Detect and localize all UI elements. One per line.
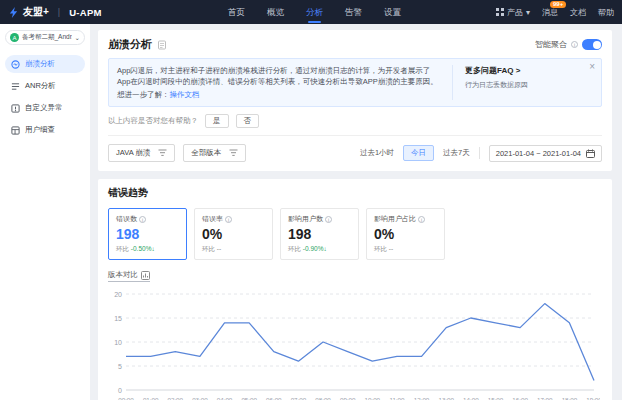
svg-text:04:00: 04:00: [217, 396, 233, 400]
date-range-picker[interactable]: 2021-01-04 ~ 2021-01-04: [489, 145, 602, 162]
svg-text:00:00: 00:00: [118, 396, 134, 400]
sidebar-item-label: 用户细查: [25, 125, 55, 135]
trend-chart-area: 0510152000:0001:0002:0003:0004:0005:0006…: [108, 286, 602, 400]
section-title: 错误趋势: [108, 186, 602, 200]
banner-doc-link[interactable]: 操作文档: [170, 90, 200, 99]
banner-text-block: App闪退后，对主进程和子进程的崩溃堆栈进行分析，通过对崩溃日志的计算，为开发者…: [117, 65, 453, 100]
sidebar-item-user-insight[interactable]: 用户细查: [5, 121, 85, 139]
range-today-button[interactable]: 今日: [403, 145, 434, 161]
range-last-hour-button[interactable]: 过去1小时: [360, 148, 394, 158]
nav-item-analysis[interactable]: 分析: [306, 0, 323, 24]
chevron-down-icon: ⌄: [75, 34, 80, 42]
filter-funnel-icon: [229, 149, 238, 157]
stat-card-error-rate[interactable]: 错误率i 0% 环比 --: [194, 208, 273, 260]
svg-text:16:00: 16:00: [512, 396, 528, 400]
banner-description: App闪退后，对主进程和子进程的崩溃堆栈进行分析，通过对崩溃日志的计算，为开发者…: [117, 65, 442, 87]
brand[interactable]: 友盟+ | U-APM: [8, 5, 102, 19]
messages-menu[interactable]: 消息 99+: [542, 7, 558, 18]
faq-title-link[interactable]: 更多问题FAQ >: [465, 65, 593, 76]
smart-aggregate-toggle[interactable]: [582, 39, 602, 50]
app-selector-value: 备考帮二期_Andr...: [22, 33, 72, 42]
svg-text:10:00: 10:00: [365, 396, 381, 400]
stat-label: 错误率: [202, 214, 223, 224]
products-label: 产品: [507, 7, 523, 18]
faq-item-link[interactable]: 行为日志丢数据原因: [465, 80, 593, 90]
info-icon: i: [225, 216, 232, 223]
info-icon: i: [571, 41, 578, 48]
version-compare-button[interactable]: 版本对比: [108, 270, 150, 282]
stat-label: 影响用户占比: [374, 214, 416, 224]
nav-item-alert[interactable]: 告警: [345, 0, 362, 24]
compare-value: -0.90%: [303, 245, 324, 252]
sidebar-item-label: 自定义异常: [25, 103, 63, 113]
compare-value: --: [389, 245, 393, 252]
version-dropdown[interactable]: 全部版本: [183, 144, 246, 162]
messages-label: 消息: [542, 7, 558, 18]
messages-badge: 99+: [550, 1, 566, 8]
feedback-row: 以上内容是否对您有帮助？ 是 否: [108, 107, 602, 136]
arrow-down-icon: ↓: [151, 245, 154, 252]
svg-text:02:00: 02:00: [168, 396, 184, 400]
banner-faq-block: 更多问题FAQ > 行为日志丢数据原因: [453, 65, 593, 100]
banner-more-label: 想进一步了解：: [117, 90, 170, 99]
stat-value: 198: [288, 226, 351, 242]
sidebar-item-custom-exception[interactable]: 自定义异常: [5, 99, 85, 117]
compare-label: 环比: [116, 245, 129, 252]
compare-label: 环比: [202, 245, 215, 252]
filter-funnel-icon: [158, 149, 167, 157]
umeng-logo-icon: [8, 7, 19, 18]
svg-text:0: 0: [118, 387, 122, 394]
compare-value: -0.50%: [131, 245, 152, 252]
guide-doc-icon[interactable]: [157, 40, 167, 50]
compare-value: --: [217, 245, 221, 252]
stat-card-affected-users[interactable]: 影响用户数i 198 环比 -0.90%↓: [280, 208, 359, 260]
nav-right: 产品 ▾ 消息 99+ 文档 帮助: [496, 7, 614, 18]
crash-type-value: JAVA 崩溃: [116, 148, 150, 158]
range-7days-button[interactable]: 过去7天: [443, 148, 470, 158]
user-insight-icon: [11, 126, 20, 135]
smart-aggregate-label: 智能聚合: [535, 39, 567, 50]
info-icon: i: [139, 216, 146, 223]
svg-text:15: 15: [114, 315, 122, 322]
stat-card-error-count[interactable]: 错误数i 198 环比 -0.50%↓: [108, 208, 187, 260]
product-name: U-APM: [69, 7, 102, 18]
feedback-no-button[interactable]: 否: [236, 114, 260, 128]
svg-text:5: 5: [118, 363, 122, 370]
main-content: 崩溃分析 智能聚合 i App闪退后，对主进程和子进程的崩溃堆栈进行分析，通过对…: [90, 24, 622, 400]
help-label: 帮助: [598, 7, 614, 18]
info-icon: i: [418, 216, 425, 223]
svg-text:08:00: 08:00: [315, 396, 331, 400]
compare-label: 环比: [374, 245, 387, 252]
app-selector[interactable]: A 备考帮二期_Andr... ⌄: [5, 30, 85, 45]
svg-text:15:00: 15:00: [488, 396, 504, 400]
stat-value: 0%: [374, 226, 437, 242]
stat-card-affected-ratio[interactable]: 影响用户占比i 0% 环比 --: [366, 208, 445, 260]
brand-divider: |: [58, 7, 60, 17]
svg-text:07:00: 07:00: [291, 396, 307, 400]
arrow-down-icon: ↓: [323, 245, 326, 252]
error-trend-line-chart[interactable]: 0510152000:0001:0002:0003:0004:0005:0006…: [108, 286, 600, 400]
sidebar-menu: 崩溃分析 ANR分析 自定义异常 用户细查: [5, 55, 85, 139]
feedback-yes-button[interactable]: 是: [205, 114, 229, 128]
nav-item-home[interactable]: 首页: [228, 0, 245, 24]
nav-item-settings[interactable]: 设置: [384, 0, 401, 24]
help-menu[interactable]: 帮助: [598, 7, 614, 18]
svg-text:13:00: 13:00: [438, 396, 454, 400]
version-value: 全部版本: [191, 148, 221, 158]
error-trend-card: 错误趋势 错误数i 198 环比 -0.50%↓ 错误率i 0% 环比 -- 影…: [98, 179, 612, 400]
sidebar-item-crash-analysis[interactable]: 崩溃分析: [5, 55, 85, 73]
products-menu[interactable]: 产品 ▾: [496, 7, 530, 18]
caret-down-icon: ▾: [526, 8, 530, 17]
docs-label: 文档: [570, 7, 586, 18]
version-compare-label: 版本对比: [108, 270, 138, 280]
compare-label: 环比: [288, 245, 301, 252]
close-icon[interactable]: ×: [589, 62, 595, 72]
crash-type-dropdown[interactable]: JAVA 崩溃: [108, 144, 175, 162]
chart-switch-icon: [141, 271, 150, 280]
stat-value: 198: [116, 226, 179, 242]
docs-menu[interactable]: 文档: [570, 7, 586, 18]
svg-text:06:00: 06:00: [266, 396, 282, 400]
divider: [479, 147, 480, 159]
sidebar-item-anr-analysis[interactable]: ANR分析: [5, 77, 85, 95]
nav-item-overview[interactable]: 概览: [267, 0, 284, 24]
